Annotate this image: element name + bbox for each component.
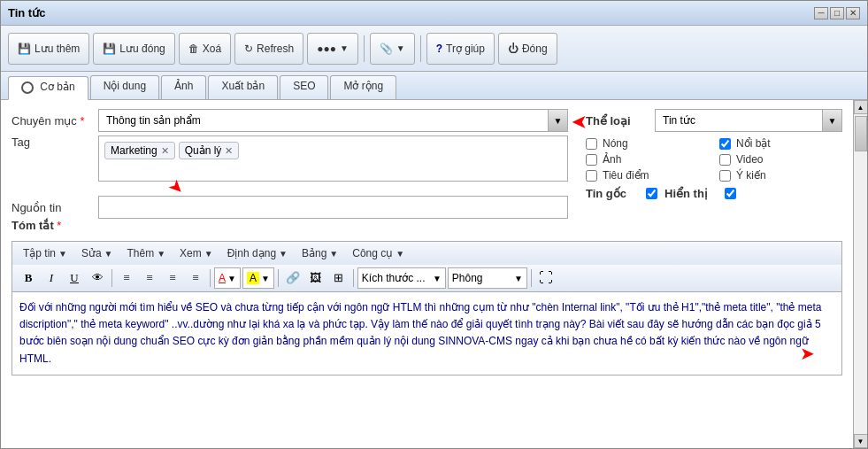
tab-anh[interactable]: Ảnh <box>161 75 206 99</box>
the-loai-select[interactable]: Tin tức <box>655 109 823 132</box>
tab-co-ban[interactable]: Cơ bản <box>8 76 88 100</box>
tag-box[interactable]: Marketing ✕ Quản lý ✕ <box>98 135 568 182</box>
menu-sua[interactable]: Sửa ▼ <box>74 244 120 262</box>
delete-button[interactable]: 🗑 Xoá <box>179 33 231 65</box>
editor-area: Tập tin ▼ Sửa ▼ Thêm ▼ Xem ▼ <box>12 241 842 375</box>
tag-marketing: Marketing ✕ <box>104 142 175 159</box>
insert-link-button[interactable]: 🔗 <box>282 267 303 289</box>
scroll-down-button[interactable]: ▼ <box>854 434 868 448</box>
chuyen-muc-select[interactable]: Thông tin sản phẩm <box>98 109 549 132</box>
help-button[interactable]: ? Trợ giúp <box>426 33 495 65</box>
video-checkbox-item: Video <box>719 153 842 166</box>
restore-button[interactable]: □ <box>830 7 844 19</box>
tieu-diem-checkbox[interactable] <box>586 170 597 182</box>
hien-thi-checkbox[interactable] <box>725 188 736 199</box>
editor-menu-bar: Tập tin ▼ Sửa ▼ Thêm ▼ Xem ▼ <box>12 241 842 265</box>
menu-xem[interactable]: Xem ▼ <box>173 244 220 262</box>
bold-button[interactable]: B <box>18 267 39 289</box>
right-fields: Thể loại Tin tức ▼ <box>586 109 842 232</box>
nguon-tin-row: Nguồn tin <box>12 196 568 219</box>
chuyen-muc-arrow-indicator: ➤ <box>572 111 588 134</box>
anh-checkbox-item: Ảnh <box>586 153 709 166</box>
menu-tap-tin[interactable]: Tập tin ▼ <box>16 244 74 262</box>
tab-noi-dung[interactable]: Nội dung <box>90 75 159 99</box>
window-controls: ─ □ ✕ <box>814 7 860 19</box>
help-icon: ? <box>436 43 442 55</box>
title-bar: Tin tức ─ □ ✕ <box>1 1 867 26</box>
scroll-thumb[interactable] <box>855 116 867 151</box>
left-fields: Chuyên mục * Thông tin sản phẩm ▼ <box>12 109 568 232</box>
insert-image-button[interactable]: 🖼 <box>305 267 326 289</box>
nong-checkbox-item: Nóng <box>586 137 709 150</box>
align-justify-button[interactable]: ≡ <box>185 267 206 289</box>
font-size-select[interactable]: Kích thước ... ▼ <box>357 267 446 289</box>
nguon-tin-input[interactable] <box>98 196 568 219</box>
bg-color-button[interactable]: A ▼ <box>242 267 274 289</box>
menu-cong-cu[interactable]: Công cụ ▼ <box>345 244 411 262</box>
the-loai-label: Thể loại <box>586 114 648 128</box>
more-icon: ●●● <box>317 43 336 55</box>
tab-xuat-ban[interactable]: Xuất bản <box>208 75 278 99</box>
tag-marketing-close[interactable]: ✕ <box>161 145 169 157</box>
font-family-select[interactable]: Phông ▼ <box>448 267 527 289</box>
tab-seo[interactable]: SEO <box>280 75 328 99</box>
toolbar: 💾 Lưu thêm 💾 Lưu đóng 🗑 Xoá ↻ Refresh ●●… <box>1 26 867 72</box>
tieu-diem-checkbox-item: Tiêu điểm <box>586 169 709 182</box>
align-center-button[interactable]: ≡ <box>139 267 160 289</box>
editor-content[interactable]: Đối với những người mới tìm hiểu về SEO … <box>12 291 842 375</box>
refresh-icon: ↻ <box>244 43 253 55</box>
insert-table-button[interactable]: ⊞ <box>328 267 350 289</box>
noi-bat-checkbox-item: Nổi bật <box>719 137 842 150</box>
chuyen-muc-label: Chuyên mục * <box>12 114 91 128</box>
menu-dinh-dang[interactable]: Định dạng ▼ <box>220 244 295 262</box>
content-arrow-indicator: ➤ <box>800 339 815 368</box>
editor-format-bar: B I U 👁 ≡ ≡ ≡ ≡ A ▼ A ▼ <box>12 265 842 291</box>
link-button[interactable]: 📎 ▼ <box>370 33 415 65</box>
window-title: Tin tức <box>8 6 45 19</box>
delete-icon: 🗑 <box>188 43 199 55</box>
fmt-sep-1 <box>111 269 112 287</box>
toolbar-separator-2 <box>420 35 421 62</box>
fmt-sep-4 <box>353 269 354 287</box>
menu-bang[interactable]: Bảng ▼ <box>295 244 345 262</box>
nong-checkbox[interactable] <box>586 138 597 150</box>
save-new-button[interactable]: 💾 Lưu thêm <box>8 33 89 65</box>
y-kien-checkbox[interactable] <box>719 170 731 182</box>
tin-goc-checkbox[interactable] <box>646 188 657 199</box>
anh-checkbox[interactable] <box>586 154 597 166</box>
save-close-button[interactable]: 💾 Lưu đóng <box>93 33 174 65</box>
tab-mo-rong[interactable]: Mở rộng <box>330 75 396 99</box>
scrollbar: ▲ ▼ <box>853 100 867 448</box>
tab-bar: Cơ bản Nội dung Ảnh Xuất bản SEO Mở rộng <box>1 72 867 100</box>
chuyen-muc-field: Thông tin sản phẩm ▼ ➤ <box>98 109 568 132</box>
more-button[interactable]: ●●● ▼ <box>307 33 358 65</box>
close-button[interactable]: ✕ <box>846 7 860 19</box>
y-kien-checkbox-item: Ý kiến <box>719 169 842 182</box>
refresh-button[interactable]: ↻ Refresh <box>234 33 303 65</box>
italic-button[interactable]: I <box>41 267 62 289</box>
chuyen-muc-dropdown-arrow[interactable]: ▼ <box>549 109 568 132</box>
font-color-button[interactable]: A ▼ <box>214 267 241 289</box>
align-right-button[interactable]: ≡ <box>162 267 183 289</box>
the-loai-row: Thể loại Tin tức ▼ <box>586 109 842 132</box>
checkbox-grid: Nóng Nổi bật Ảnh <box>586 137 842 182</box>
chuyen-muc-select-wrap: Thông tin sản phẩm ▼ <box>98 109 568 132</box>
save-new-icon: 💾 <box>18 43 31 55</box>
minimize-button[interactable]: ─ <box>814 7 828 19</box>
menu-them[interactable]: Thêm ▼ <box>120 244 173 262</box>
tag-quanly-close[interactable]: ✕ <box>225 145 233 157</box>
scroll-up-button[interactable]: ▲ <box>854 100 868 114</box>
fmt-sep-2 <box>210 269 211 287</box>
toolbar-separator-1 <box>364 35 365 62</box>
noi-bat-checkbox[interactable] <box>719 138 731 150</box>
the-loai-dropdown-arrow[interactable]: ▼ <box>823 109 842 132</box>
top-section: Chuyên mục * Thông tin sản phẩm ▼ <box>12 109 842 232</box>
align-left-button[interactable]: ≡ <box>116 267 137 289</box>
preview-button[interactable]: 👁 <box>87 267 108 289</box>
save-close-icon: 💾 <box>103 43 116 55</box>
tag-quanly: Quản lý ✕ <box>179 142 240 159</box>
fullscreen-button[interactable]: ⛶ <box>535 267 557 289</box>
close-main-button[interactable]: ⏻ Đóng <box>498 33 557 65</box>
underline-button[interactable]: U <box>64 267 85 289</box>
video-checkbox[interactable] <box>719 154 731 166</box>
